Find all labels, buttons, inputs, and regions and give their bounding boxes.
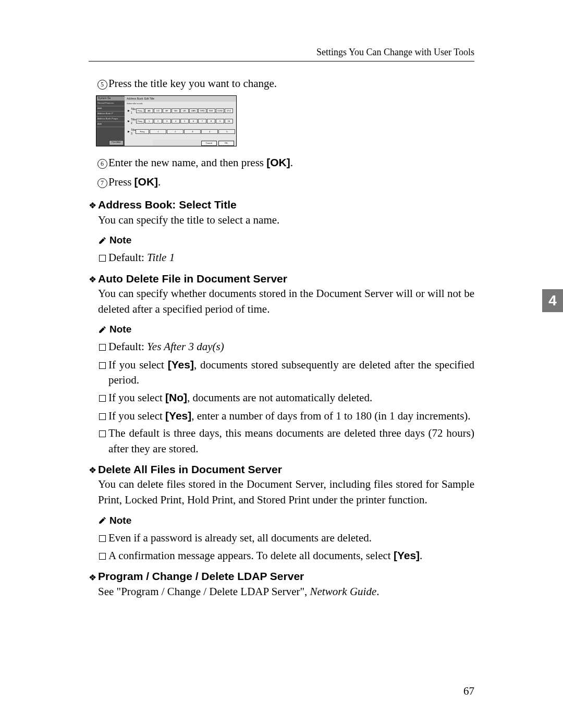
text: A confirmation message appears. To delet… xyxy=(108,549,394,562)
title3-row: ▶ Title 3 Freq. 1 2 3 4 5 xyxy=(125,127,236,137)
screenshot-left-panel: System Se General Features Addr Address … xyxy=(96,96,125,146)
text: The default is three days, this means do… xyxy=(108,426,474,456)
key: 3 xyxy=(163,119,171,124)
note-heading: Note xyxy=(98,233,474,248)
key: AB xyxy=(145,108,153,113)
yes-key: [Yes] xyxy=(165,410,191,422)
key: 8 xyxy=(207,119,215,124)
key: OPQ xyxy=(198,108,206,113)
cancel-button: Cancel xyxy=(201,141,217,146)
step-7-text: Press [OK]. xyxy=(108,174,474,190)
text: . xyxy=(290,156,293,169)
key: 1 xyxy=(150,129,166,134)
key: UVW xyxy=(216,108,224,113)
title1-row: ▶ Title 1 Freq. AB CD EF GH IJK LMN OPQ … xyxy=(125,106,236,116)
note-heading: Note xyxy=(98,322,474,337)
text: Default: xyxy=(108,251,147,264)
text: Even if a password is already set, all d… xyxy=(108,530,474,546)
key: 6 xyxy=(189,119,198,124)
section-heading: ❖ Delete All Files in Document Server xyxy=(89,462,474,477)
text: Press xyxy=(108,176,134,188)
square-icon xyxy=(99,535,108,544)
key-row: Freq. 1 2 3 4 5 xyxy=(136,129,235,134)
screenshot-main: Address Book: Edit Title Select title to… xyxy=(125,96,236,146)
step-6: 6 Enter the new name, and then press [OK… xyxy=(96,155,474,170)
row-label: Title 1 xyxy=(131,107,136,115)
key-row: Freq. 1 2 3 4 5 6 7 8 9 10 xyxy=(136,119,233,124)
yes-key: [Yes] xyxy=(394,549,420,561)
default-value: Yes After 3 day(s) xyxy=(147,340,224,353)
bullet: If you select [No], documents are not au… xyxy=(99,390,474,405)
ok-button: OK xyxy=(218,141,234,146)
section-desc: See "Program / Change / Delete LDAP Serv… xyxy=(98,584,474,599)
bullet: If you select [Yes], enter a number of d… xyxy=(99,408,474,424)
square-icon xyxy=(99,413,108,422)
section-heading: ❖ Auto Delete File in Document Server xyxy=(89,271,474,286)
screenshot-subtitle: Select title to edit. xyxy=(125,102,236,106)
left-row: Addr xyxy=(96,122,125,127)
square-icon xyxy=(99,394,108,404)
note-label: Note xyxy=(109,233,131,248)
diamond-icon: ❖ xyxy=(89,573,98,582)
key: IJK xyxy=(180,108,189,113)
text: , documents are not automatically delete… xyxy=(187,391,372,404)
heading-text: Program / Change / Delete LDAP Server xyxy=(98,569,304,584)
step-7: 7 Press [OK]. xyxy=(96,174,474,190)
text: , enter a number of days from of 1 to 18… xyxy=(191,410,470,422)
square-icon xyxy=(99,343,108,353)
key: RST xyxy=(207,108,215,113)
heading-text: Delete All Files in Document Server xyxy=(98,462,282,477)
diamond-icon: ❖ xyxy=(89,466,98,475)
chevron-right-icon: ▶ xyxy=(128,119,130,123)
ok-key: [OK] xyxy=(134,176,158,188)
step-number-icon: 6 xyxy=(96,157,108,169)
chevron-right-icon: ▶ xyxy=(128,130,130,133)
text: If you select xyxy=(108,391,165,404)
key: LMN xyxy=(189,108,198,113)
bullet: The default is three days, this means do… xyxy=(99,426,474,456)
square-icon xyxy=(99,430,108,439)
section-desc: You can specify the title to select a na… xyxy=(98,213,474,228)
page-body: 5 Press the title key you want to change… xyxy=(89,76,474,599)
step-6-text: Enter the new name, and then press [OK]. xyxy=(108,155,474,170)
chevron-right-icon: ▶ xyxy=(128,109,130,113)
square-icon xyxy=(99,552,108,562)
section-heading: ❖ Program / Change / Delete LDAP Server xyxy=(89,569,474,584)
pencil-icon xyxy=(98,513,109,528)
screenshot-title: Address Book: Edit Title xyxy=(125,96,236,102)
key: 5 xyxy=(218,129,235,134)
header-rule xyxy=(89,61,474,61)
default-value: Title 1 xyxy=(147,251,175,264)
note-label: Note xyxy=(109,514,131,528)
pencil-icon xyxy=(98,322,109,337)
key: Freq. xyxy=(136,119,144,124)
pencil-icon xyxy=(98,233,109,248)
ok-key: [OK] xyxy=(266,156,290,168)
key-row: Freq. AB CD EF GH IJK LMN OPQ RST UVW XY… xyxy=(136,108,233,113)
screenshot-bottom-bar: Cancel OK xyxy=(153,140,236,146)
diamond-icon: ❖ xyxy=(89,275,98,284)
key: CD xyxy=(154,108,162,113)
page-number: 67 xyxy=(463,685,474,698)
key: GH xyxy=(172,108,180,113)
key: EF xyxy=(163,108,171,113)
bullet: Even if a password is already set, all d… xyxy=(99,530,474,546)
heading-text: Address Book: Select Title xyxy=(98,197,237,212)
key: 9 xyxy=(216,119,224,124)
embedded-screenshot: 21 DEC 2005 12:45 System Se General Feat… xyxy=(96,95,474,146)
section-heading: ❖ Address Book: Select Title xyxy=(89,197,474,212)
bullet: Default: Yes After 3 day(s) xyxy=(99,339,474,354)
key: 4 xyxy=(201,129,218,134)
text: If you select xyxy=(108,359,168,371)
printer-panel-screenshot: 21 DEC 2005 12:45 System Se General Feat… xyxy=(96,95,237,146)
key: 2 xyxy=(154,119,162,124)
key: 1 xyxy=(145,119,153,124)
text: . xyxy=(376,585,379,598)
diamond-icon: ❖ xyxy=(89,201,98,210)
yes-key: [Yes] xyxy=(168,359,194,371)
left-button: Print Addr xyxy=(109,140,124,145)
key: 10 xyxy=(225,119,233,124)
left-row: General Features xyxy=(96,101,125,106)
document-page: Settings You Can Change with User Tools … xyxy=(0,0,563,728)
key: XYZ xyxy=(225,108,233,113)
